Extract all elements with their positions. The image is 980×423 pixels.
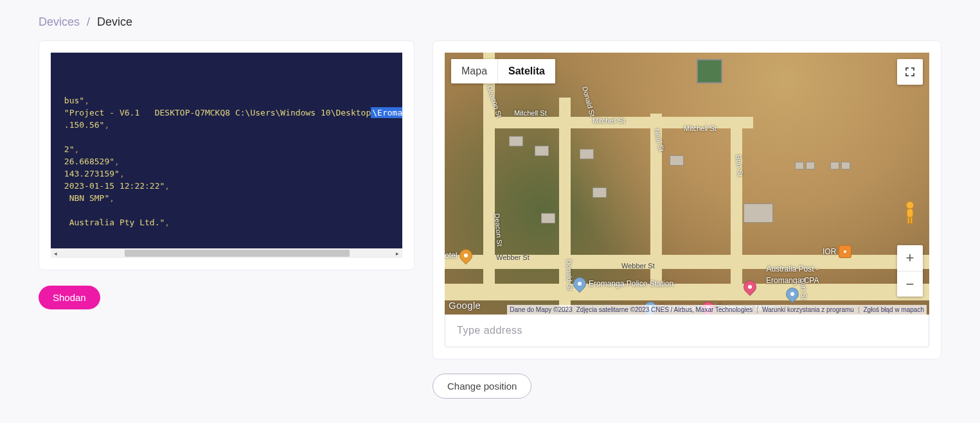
- shodan-data-card: bus", "Project - V6.1 DESKTOP-Q7MCKQ8 C:…: [39, 40, 414, 270]
- code-line-7: 143.273159": [64, 169, 120, 178]
- building: [509, 136, 523, 146]
- poi-auspost-label2: Eromanga CPA: [766, 276, 819, 285]
- scroll-left-arrow[interactable]: ◂: [51, 248, 60, 258]
- poi-police-label: Eromanga Police Station: [589, 279, 673, 288]
- scroll-track[interactable]: [60, 248, 393, 258]
- change-position-button[interactable]: Change position: [432, 374, 531, 399]
- building: [541, 213, 555, 223]
- map-attribution: Dane do Mapy ©2023 Zdjęcia satelitarne ©…: [507, 305, 927, 315]
- poi-lodging[interactable]: [744, 281, 756, 293]
- map-card: Deacon St Deacon St Mitchell St Mitchell…: [432, 40, 941, 359]
- map-type-satellite[interactable]: Satelita: [498, 59, 555, 83]
- label-mitchell-2: Mitchell St: [592, 117, 625, 125]
- attr-imagery: Zdjęcia satelitarne ©2023 CNES / Airbus,…: [576, 306, 753, 313]
- svg-rect-3: [911, 218, 913, 224]
- label-burt: Burt St: [735, 155, 744, 177]
- label-webber-1: Webber St: [496, 254, 530, 261]
- map-fullscreen-button[interactable]: [897, 59, 923, 85]
- code-line-5: 2": [64, 144, 75, 154]
- building: [592, 187, 607, 198]
- poi-lodging-icon: [741, 278, 759, 296]
- code-line-9: NBN SMP": [64, 193, 109, 203]
- poi-ior-icon: [839, 245, 851, 258]
- breadcrumb-separator: /: [87, 15, 90, 28]
- scroll-right-arrow[interactable]: ▸: [393, 248, 402, 258]
- poi-police[interactable]: Eromanga Police Station: [573, 277, 673, 290]
- building: [806, 162, 815, 169]
- address-input[interactable]: [445, 315, 929, 347]
- water-tank: [697, 59, 722, 83]
- code-line-1: bus": [64, 96, 84, 105]
- svg-rect-1: [907, 209, 913, 217]
- svg-rect-2: [907, 218, 909, 224]
- poi-hotel-icon: [457, 246, 475, 264]
- label-mitchell-1: Mitchell St: [514, 109, 547, 117]
- code-line-2a: "Project - V6.1 DESKTOP-Q7MCKQ8 C:\Users…: [64, 108, 371, 117]
- building: [535, 146, 549, 156]
- road-coo: [445, 284, 929, 300]
- label-mitchell-3: Mitchell St: [684, 125, 717, 132]
- shodan-json-output: bus", "Project - V6.1 DESKTOP-Q7MCKQ8 C:…: [51, 53, 402, 248]
- building: [830, 162, 839, 169]
- code-highlight-eromanga: \Eromanga WTP: [371, 107, 402, 118]
- streetview-pegman[interactable]: [900, 200, 920, 225]
- building: [580, 149, 594, 159]
- breadcrumb-current: Device: [97, 15, 132, 28]
- map-type-map[interactable]: Mapa: [451, 59, 498, 83]
- attr-report[interactable]: Zgłoś błąd w mapach: [864, 306, 925, 313]
- google-logo: Google: [449, 300, 481, 311]
- poi-auspost-icon: [783, 285, 801, 303]
- label-webber-2: Webber St: [621, 262, 655, 270]
- map-zoom-controls: + −: [897, 245, 923, 297]
- scroll-thumb[interactable]: [125, 250, 350, 257]
- pegman-icon: [900, 200, 920, 225]
- building: [670, 155, 684, 166]
- label-donald: Donald St: [581, 85, 596, 117]
- attr-data: Dane do Mapy ©2023: [510, 306, 572, 313]
- fullscreen-icon: [904, 66, 916, 78]
- code-line-3: .150.56": [64, 120, 105, 130]
- breadcrumb-devices-link[interactable]: Devices: [39, 15, 80, 28]
- map-zoom-in[interactable]: +: [897, 245, 923, 271]
- building: [841, 162, 850, 169]
- map-canvas[interactable]: Deacon St Deacon St Mitchell St Mitchell…: [445, 53, 929, 315]
- label-donald-2: Donald St: [565, 259, 574, 291]
- poi-hotel-label: otel: [445, 251, 457, 260]
- poi-ior[interactable]: IOR: [823, 245, 851, 258]
- poi-hotel[interactable]: otel: [445, 249, 472, 262]
- poi-auspost[interactable]: Australia Post - Eromanga CPA: [766, 264, 819, 300]
- poi-ior-label: IOR: [823, 247, 836, 256]
- shodan-button[interactable]: Shodan: [39, 286, 100, 309]
- building: [744, 203, 773, 223]
- code-line-6: 26.668529": [64, 157, 114, 166]
- svg-point-0: [906, 202, 913, 209]
- map-zoom-out[interactable]: −: [897, 271, 923, 297]
- code-horizontal-scrollbar[interactable]: ◂ ▸: [51, 248, 402, 258]
- code-line-11: Australia Pty Ltd.": [64, 218, 165, 227]
- poi-police-icon: [571, 275, 589, 293]
- map-type-switch: Mapa Satelita: [451, 59, 555, 83]
- poi-auspost-label1: Australia Post -: [767, 264, 819, 273]
- building: [795, 162, 804, 169]
- attr-terms[interactable]: Warunki korzystania z programu: [762, 306, 854, 313]
- code-line-8: 2023-01-15 12:22:22": [64, 181, 165, 191]
- breadcrumb: Devices / Device: [0, 0, 980, 40]
